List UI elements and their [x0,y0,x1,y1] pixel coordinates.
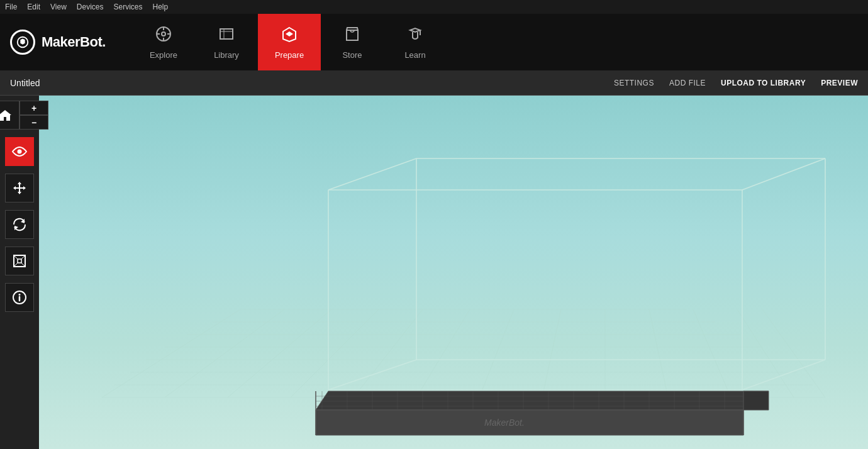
settings-button[interactable]: SETTINGS [614,79,654,87]
svg-line-33 [102,309,240,397]
svg-line-43 [693,309,731,397]
view-button[interactable] [5,137,34,166]
upload-to-library-button[interactable]: UPLOAD TO LIBRARY [721,79,806,87]
svg-line-75 [328,158,416,190]
menu-services[interactable]: Services [114,3,143,11]
info-button[interactable] [5,283,34,312]
nav-item-explore[interactable]: Explore [132,14,195,70]
nav-label-prepare: Prepare [275,50,304,60]
view-group [5,137,34,166]
preview-button[interactable]: PREVIEW [821,79,858,87]
menu-bar: File Edit View Devices Services Help [0,0,868,14]
logo-icon [10,30,35,55]
scale-group [5,247,34,275]
menu-help[interactable]: Help [153,3,169,11]
explore-icon [155,25,172,47]
menu-edit[interactable]: Edit [27,3,40,11]
nav-label-library: Library [214,50,239,60]
zoom-out-button[interactable]: − [19,115,48,130]
nav-item-prepare[interactable]: Prepare [258,14,321,70]
info-group [5,283,34,312]
svg-line-76 [742,158,825,190]
svg-line-44 [737,309,794,397]
svg-line-37 [353,309,423,397]
svg-line-39 [479,309,514,397]
nav-label-store: Store [342,50,362,60]
rotate-group [5,210,34,239]
prepare-icon [281,25,298,47]
zoom-in-button[interactable]: + [19,101,48,115]
svg-line-82 [742,360,825,390]
svg-point-13 [18,150,22,154]
svg-line-38 [416,309,470,397]
store-icon [343,25,361,47]
svg-line-42 [649,309,668,397]
main-area: + − [0,96,868,449]
svg-text:MakerBot.: MakerBot. [484,418,525,428]
3d-viewport[interactable]: MakerBot. [39,96,868,449]
svg-point-24 [19,294,21,296]
svg-marker-11 [286,31,293,36]
svg-marker-49 [743,391,769,435]
svg-rect-7 [220,29,233,39]
menu-file[interactable]: File [5,3,17,11]
page-title: Untitled [10,78,614,88]
svg-marker-46 [316,391,769,410]
svg-line-45 [762,309,825,397]
move-group [5,174,34,202]
add-file-button[interactable]: ADD FILE [669,79,706,87]
toolbar-actions: SETTINGS ADD FILE UPLOAD TO LIBRARY PREV… [614,79,858,87]
rotate-button[interactable] [5,210,34,239]
sidebar: + − [0,96,39,449]
library-icon [218,25,235,47]
learn-icon [406,25,424,47]
svg-line-34 [165,309,284,397]
nav-label-explore: Explore [150,50,177,60]
svg-line-40 [542,309,561,397]
top-nav: MakerBot. Explore [0,14,868,70]
home-zoom-group: + − [0,101,48,130]
svg-line-35 [228,309,331,397]
svg-point-2 [162,32,165,36]
home-button[interactable] [0,101,19,130]
svg-line-36 [291,309,379,397]
svg-line-81 [328,360,416,390]
logo-text: MakerBot. [42,34,106,50]
toolbar: Untitled SETTINGS ADD FILE UPLOAD TO LIB… [0,70,868,96]
logo-area: MakerBot. [0,14,132,70]
menu-devices[interactable]: Devices [77,3,104,11]
nav-item-store[interactable]: Store [321,14,384,70]
svg-rect-17 [18,259,21,263]
nav-label-learn: Learn [404,50,425,60]
scale-button[interactable] [5,247,34,275]
menu-view[interactable]: View [50,3,67,11]
scene-svg: MakerBot. [39,96,868,449]
svg-marker-47 [316,410,743,435]
nav-item-learn[interactable]: Learn [384,14,447,70]
nav-items: Explore Library Prepare [132,14,868,70]
move-button[interactable] [5,174,34,202]
nav-item-library[interactable]: Library [195,14,258,70]
